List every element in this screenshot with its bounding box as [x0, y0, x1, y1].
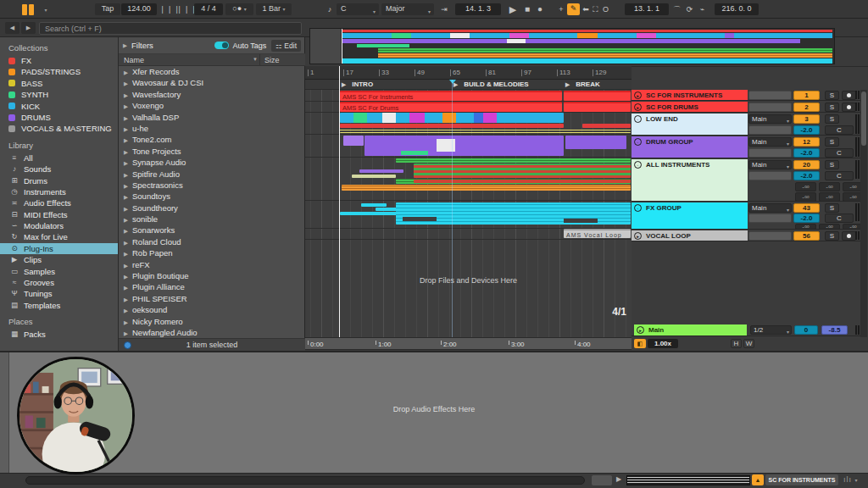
- track-row-all-instruments[interactable]: ◦ALL INSTRUMENTS Main▾ 20 S -2.0 C -∞ -∞…: [632, 159, 860, 202]
- group-fold-icon[interactable]: ◦: [634, 115, 642, 123]
- key-scale-menu[interactable]: Major▾: [381, 3, 434, 15]
- track-row-vocal-loop[interactable]: ▸VOCAL LOOP 56 S: [632, 230, 860, 241]
- expand-arrow-icon[interactable]: ▶: [124, 137, 128, 143]
- expand-arrow-icon[interactable]: ▶: [124, 69, 128, 75]
- arm-button[interactable]: [842, 103, 856, 112]
- browser-back-button[interactable]: ◀: [5, 22, 19, 34]
- ableton-logo-icon[interactable]: [22, 3, 34, 19]
- vendor-row[interactable]: ▶u-he: [119, 123, 305, 134]
- track-name-block[interactable]: ▸VOCAL LOOP: [632, 230, 748, 241]
- volume-box[interactable]: -2.0: [793, 171, 820, 180]
- sends-box[interactable]: [748, 148, 792, 158]
- pan-box[interactable]: C: [825, 148, 854, 158]
- expand-arrow-icon[interactable]: ▶: [124, 194, 128, 200]
- expand-arrow-icon[interactable]: ▶: [124, 115, 128, 121]
- loop-icon[interactable]: ⟳: [684, 3, 695, 15]
- track-number-box[interactable]: 3: [793, 114, 820, 124]
- clip-allinst-red[interactable]: [414, 180, 631, 183]
- solo-button[interactable]: S: [825, 160, 839, 169]
- tap-tempo-button[interactable]: Tap: [95, 3, 120, 15]
- track-number-box[interactable]: 56: [793, 231, 820, 241]
- collection-item[interactable]: BASS: [0, 78, 118, 89]
- auto-tags-toggle[interactable]: [214, 42, 229, 49]
- clip-fx-small1[interactable]: [361, 203, 387, 207]
- group-fold-icon[interactable]: ◦: [634, 204, 642, 212]
- add-track-icon[interactable]: +: [557, 3, 565, 15]
- main-cue-box[interactable]: -8.5: [821, 325, 848, 335]
- send-level-box[interactable]: -∞: [819, 192, 840, 202]
- pan-box[interactable]: C: [825, 171, 854, 180]
- clip-allinst-white[interactable]: [352, 175, 396, 178]
- expand-arrow-icon[interactable]: ▶: [124, 263, 128, 269]
- zoom-width-button[interactable]: W: [743, 339, 754, 348]
- vendor-row[interactable]: ▶reFX: [119, 259, 305, 270]
- group-fold-icon[interactable]: ◦: [634, 161, 642, 169]
- follow-button[interactable]: ⇥: [436, 3, 453, 15]
- collection-item[interactable]: DRUMS: [0, 112, 118, 123]
- name-column-header[interactable]: Name: [124, 56, 144, 64]
- key-root-menu[interactable]: C▾: [337, 3, 379, 15]
- solo-button[interactable]: S: [825, 137, 839, 147]
- main-grid-menu[interactable]: 1/2▾: [750, 325, 792, 335]
- library-item[interactable]: ≡ All: [0, 152, 118, 164]
- solo-button[interactable]: S: [825, 231, 839, 241]
- collection-item[interactable]: VOCALS & MASTERING: [0, 123, 118, 134]
- output-routing-menu[interactable]: Main▾: [748, 114, 792, 124]
- track-input-box[interactable]: [748, 103, 792, 112]
- back-to-arrangement-icon[interactable]: ⬅: [581, 3, 590, 15]
- zoom-height-button[interactable]: H: [731, 339, 742, 348]
- vendor-row[interactable]: ▶Nicky Romero: [119, 316, 305, 327]
- expand-arrow-icon[interactable]: ▶: [124, 160, 128, 166]
- track-row-drum-group[interactable]: ◦DRUM GROUP Main▾ 12 S -2.0 C: [632, 136, 860, 158]
- track-row-low-end[interactable]: ◦LOW END Main▾ 3 S -2.0 C: [632, 114, 860, 136]
- playback-speed-display[interactable]: 1.00x: [648, 339, 678, 348]
- expand-arrow-icon[interactable]: ▶: [124, 206, 128, 212]
- collection-item[interactable]: KICK: [0, 101, 118, 112]
- clip-fx-main[interactable]: [396, 202, 631, 225]
- locator-build[interactable]: ▶ BUILD & MELODIES: [453, 80, 529, 88]
- column-divider[interactable]: [259, 54, 260, 66]
- track-number-box[interactable]: 1: [793, 91, 820, 100]
- send-level-box[interactable]: -∞: [795, 182, 816, 191]
- vendor-row[interactable]: ▶PHIL SPEISER: [119, 293, 305, 304]
- places-item[interactable]: ▦ Packs: [0, 329, 118, 340]
- library-item[interactable]: ≈ Grooves: [0, 277, 118, 288]
- expand-arrow-icon[interactable]: ▶: [124, 80, 128, 86]
- search-input[interactable]: [39, 22, 302, 35]
- clip-allinst-orange[interactable]: [342, 185, 631, 191]
- locator-break[interactable]: ▶ BREAK: [565, 80, 600, 88]
- playhead[interactable]: [339, 66, 340, 337]
- output-routing-menu[interactable]: Main▾: [748, 137, 792, 147]
- track-name-block[interactable]: ◦ALL INSTRUMENTS: [632, 159, 748, 201]
- vendor-row[interactable]: ▶Wavesfactory: [119, 89, 305, 100]
- vendor-row[interactable]: ▶Rob Papen: [119, 247, 305, 258]
- browser-forward-button[interactable]: ▶: [21, 22, 36, 34]
- filters-expand-icon[interactable]: ▶: [123, 42, 127, 49]
- punch-out-icon[interactable]: ⌁: [697, 3, 708, 15]
- record-button[interactable]: ●: [535, 3, 545, 15]
- expand-arrow-icon[interactable]: ▶: [124, 126, 128, 132]
- group-fold-icon[interactable]: ◦: [634, 138, 642, 146]
- library-item[interactable]: Ψ Tunings: [0, 288, 118, 299]
- vendor-row[interactable]: ▶Sonarworks: [119, 225, 305, 236]
- main-track-row[interactable]: ▸Main 1/2▾ 0 -8.5: [632, 324, 860, 336]
- expand-arrow-icon[interactable]: ▶: [124, 285, 128, 291]
- vendor-row[interactable]: ▶Tone2.com: [119, 134, 305, 145]
- clip-drumgroup-main[interactable]: [364, 136, 564, 156]
- sends-box[interactable]: [748, 214, 792, 223]
- library-item[interactable]: ▭ Samples: [0, 266, 118, 277]
- track-name-block[interactable]: ▸SC FOR INSTRUMENTS: [632, 90, 748, 100]
- clip-sc-drums-2[interactable]: [564, 102, 631, 112]
- beat-time-ruler[interactable]: 1173349658197113129: [305, 66, 632, 80]
- locator-row[interactable]: ▶ INTRO ▶ BUILD & MELODIES ▶ BREAK: [305, 80, 632, 90]
- nudge-down-icon[interactable]: ❘❘❘: [159, 3, 175, 15]
- track-row-fx-group[interactable]: ◦FX GROUP Main▾ 43 S -2.0 C -∞ -∞ -∞: [632, 202, 860, 230]
- logo-menu-caret-icon[interactable]: ▾: [42, 3, 49, 15]
- vendor-row[interactable]: ▶Soundtheory: [119, 202, 305, 214]
- solo-button[interactable]: S: [825, 114, 839, 124]
- locator-intro[interactable]: ▶ INTRO: [342, 80, 373, 88]
- loop-start-display[interactable]: 13. 1. 1: [625, 3, 669, 15]
- vendor-row[interactable]: ▶Spitfire Audio: [119, 169, 305, 180]
- punch-in-icon[interactable]: ⌒: [671, 3, 682, 15]
- solo-button[interactable]: S: [825, 203, 839, 213]
